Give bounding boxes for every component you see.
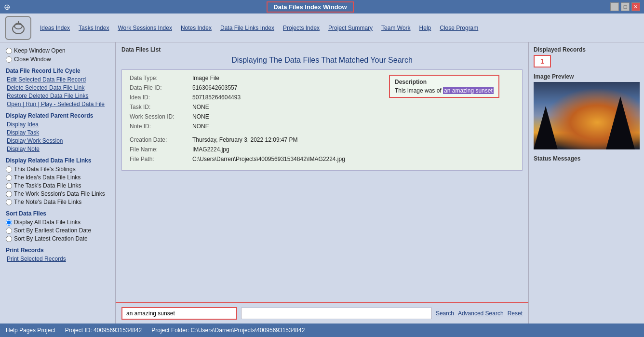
maximize-button[interactable]: □ bbox=[621, 2, 630, 11]
file-path-label: File Path: bbox=[130, 156, 192, 162]
right-panel: Displayed Records 1 Image Preview Status… bbox=[528, 42, 644, 324]
nav-bar: Ideas Index Tasks Index Work Sessions In… bbox=[0, 13, 644, 42]
task-id-label: Task ID: bbox=[130, 104, 192, 110]
latest-date-radio[interactable] bbox=[6, 236, 12, 242]
data-file-id-row: Data File ID: 51630642603557 bbox=[130, 84, 383, 91]
description-text-before: This image was of bbox=[395, 87, 443, 94]
task-id-row: Task ID: NONE bbox=[130, 104, 383, 110]
restore-data-file-link[interactable]: Restore Deleted Data File Links bbox=[6, 93, 109, 99]
close-button[interactable]: ✕ bbox=[631, 2, 640, 11]
nav-notes-index[interactable]: Notes Index bbox=[177, 24, 215, 32]
creation-date-row: Creation Date: Thursday, February 3, 202… bbox=[130, 136, 514, 143]
data-type-value: Image File bbox=[192, 75, 383, 81]
search-right-input[interactable] bbox=[241, 308, 432, 319]
section-header: Data Files List bbox=[121, 46, 523, 53]
close-window-radio[interactable] bbox=[6, 56, 12, 63]
record-main: Data Type: Image File Data File ID: 5163… bbox=[130, 75, 514, 165]
record-left: Data Type: Image File Data File ID: 5163… bbox=[130, 75, 514, 165]
search-input[interactable] bbox=[121, 307, 237, 320]
edit-data-file-link[interactable]: Edit Selected Data File Record bbox=[6, 76, 109, 83]
idea-links-option[interactable]: The Idea's Data File Links bbox=[6, 174, 109, 181]
keep-window-open-option[interactable]: Keep Window Open bbox=[6, 47, 109, 54]
file-name-value: IMAG2224.jpg bbox=[192, 146, 514, 153]
note-links-label: The Note's Data File Links bbox=[14, 199, 81, 205]
latest-date-label: Sort By Latest Creation Date bbox=[14, 235, 88, 242]
idea-links-label: The Idea's Data File Links bbox=[14, 174, 80, 181]
file-path-value: C:\Users\Darren\Projects\400956931534842… bbox=[192, 156, 514, 162]
advanced-search-button[interactable]: Advanced Search bbox=[458, 310, 504, 317]
latest-date-option[interactable]: Sort By Latest Creation Date bbox=[6, 235, 109, 242]
status-help-project: Help Pages Project bbox=[6, 327, 55, 334]
nav-close-program[interactable]: Close Program bbox=[436, 24, 482, 32]
display-idea-link[interactable]: Display Idea bbox=[6, 121, 109, 128]
siblings-label: This Data File's Siblings bbox=[14, 166, 76, 173]
siblings-radio[interactable] bbox=[6, 166, 12, 173]
data-type-row: Data Type: Image File bbox=[130, 75, 383, 81]
nav-help[interactable]: Help bbox=[416, 24, 435, 32]
work-session-id-label: Work Session ID: bbox=[130, 113, 192, 120]
note-id-label: Note ID: bbox=[130, 123, 192, 130]
work-session-links-radio[interactable] bbox=[6, 191, 12, 197]
note-id-value: NONE bbox=[192, 123, 383, 130]
display-task-link[interactable]: Display Task bbox=[6, 129, 109, 136]
data-type-label: Data Type: bbox=[130, 75, 192, 81]
record-card: Data Type: Image File Data File ID: 5163… bbox=[121, 69, 523, 171]
file-path-row: File Path: C:\Users\Darren\Projects\4009… bbox=[130, 156, 514, 162]
nav-team-work[interactable]: Team Work bbox=[377, 24, 414, 32]
sidebar: Keep Window Open Close Window Data File … bbox=[0, 42, 116, 324]
nav-project-summary[interactable]: Project Summary bbox=[324, 24, 376, 32]
description-text: This image was of an amazing sunset bbox=[395, 87, 494, 94]
keep-window-label: Keep Window Open bbox=[14, 47, 66, 54]
idea-links-radio[interactable] bbox=[6, 175, 12, 181]
task-links-label: The Task's Data File Links bbox=[14, 182, 81, 189]
displayed-records-count: 1 bbox=[534, 55, 551, 67]
close-window-label: Close Window bbox=[14, 56, 51, 63]
work-session-links-option[interactable]: The Work Session's Data File Links bbox=[6, 190, 109, 197]
lifecycle-section-title: Data File Record Life Cycle bbox=[6, 67, 109, 74]
open-run-play-link[interactable]: Open | Run | Play - Selected Data File bbox=[6, 101, 109, 108]
task-links-option[interactable]: The Task's Data File Links bbox=[6, 182, 109, 189]
keep-window-radio[interactable] bbox=[6, 48, 12, 54]
note-links-radio[interactable] bbox=[6, 199, 12, 205]
earliest-date-label: Sort By Earliest Creation Date bbox=[14, 227, 91, 234]
nav-ideas-index[interactable]: Ideas Index bbox=[36, 24, 74, 32]
nav-tasks-index[interactable]: Tasks Index bbox=[75, 24, 113, 32]
close-window-option[interactable]: Close Window bbox=[6, 56, 109, 63]
status-messages-section: Status Messages bbox=[534, 155, 639, 162]
task-links-radio[interactable] bbox=[6, 183, 12, 189]
main-layout: Keep Window Open Close Window Data File … bbox=[0, 42, 644, 324]
earliest-date-option[interactable]: Sort By Earliest Creation Date bbox=[6, 227, 109, 234]
description-box: Description This image was of an amazing… bbox=[389, 75, 499, 98]
status-messages-title: Status Messages bbox=[534, 155, 639, 162]
description-title: Description bbox=[395, 79, 494, 85]
all-links-label: Display All Data File Links bbox=[14, 219, 80, 226]
nav-projects-index[interactable]: Projects Index bbox=[279, 24, 323, 32]
data-file-id-value: 51630642603557 bbox=[192, 84, 383, 91]
all-links-radio[interactable] bbox=[6, 219, 12, 226]
minimize-button[interactable]: − bbox=[610, 2, 619, 11]
sort-section-title: Sort Data Files bbox=[6, 210, 109, 217]
search-button[interactable]: Search bbox=[436, 310, 454, 317]
display-note-link[interactable]: Display Note bbox=[6, 146, 109, 152]
window-controls: − □ ✕ bbox=[610, 2, 640, 11]
creation-date-value: Thursday, February 3, 2022 12:09:47 PM bbox=[192, 136, 514, 143]
nav-data-file-links-index[interactable]: Data File Links Index bbox=[216, 24, 278, 32]
logo-icon bbox=[10, 19, 27, 37]
image-preview-title: Image Preview bbox=[534, 73, 639, 80]
task-id-value: NONE bbox=[192, 104, 383, 110]
display-links-section-title: Display Related Data File Links bbox=[6, 157, 109, 164]
idea-id-row: Idea ID: 507185264604493 bbox=[130, 94, 383, 101]
display-work-session-link[interactable]: Display Work Session bbox=[6, 137, 109, 144]
delete-data-file-link[interactable]: Delete Selected Data File Link bbox=[6, 84, 109, 91]
nav-work-sessions-index[interactable]: Work Sessions Index bbox=[114, 24, 176, 32]
window-title: Data Files Index Window bbox=[267, 1, 353, 13]
reset-button[interactable]: Reset bbox=[508, 310, 523, 317]
siblings-option[interactable]: This Data File's Siblings bbox=[6, 166, 109, 173]
print-selected-records-link[interactable]: Print Selected Records bbox=[6, 256, 109, 262]
idea-id-value: 507185264604493 bbox=[192, 94, 383, 101]
work-session-links-label: The Work Session's Data File Links bbox=[14, 190, 105, 197]
earliest-date-radio[interactable] bbox=[6, 228, 12, 234]
all-links-option[interactable]: Display All Data File Links bbox=[6, 219, 109, 226]
note-links-option[interactable]: The Note's Data File Links bbox=[6, 199, 109, 205]
creation-date-label: Creation Date: bbox=[130, 136, 192, 143]
